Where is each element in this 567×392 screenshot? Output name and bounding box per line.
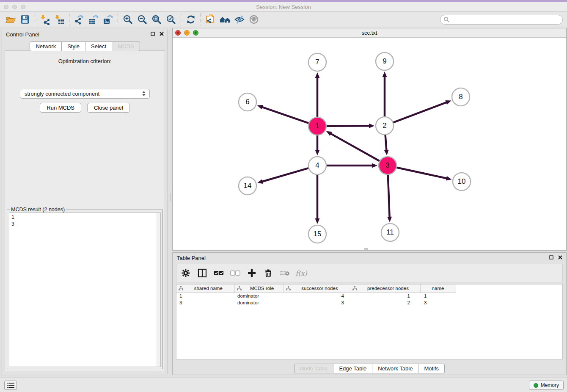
network-window-titlebar[interactable]: × − + scc.txt — [173, 28, 566, 38]
delete-table-button[interactable] — [280, 268, 290, 278]
criterion-value: strongly connected component — [25, 91, 99, 97]
graph-edge-1-7[interactable] — [315, 72, 320, 117]
tab-edge-table[interactable]: Edge Table — [333, 364, 372, 373]
export-network-icon — [74, 14, 85, 25]
show-columns-button[interactable] — [197, 268, 207, 278]
graph-node-9[interactable]: 9 — [376, 52, 394, 70]
add-column-button[interactable] — [247, 268, 257, 278]
column-header-mcds-role[interactable]: MCDS role — [234, 284, 284, 293]
hide-visual-properties-button[interactable] — [232, 13, 247, 26]
tab-select[interactable]: Select — [85, 41, 112, 51]
mcds-result-text[interactable]: 1 3 — [9, 213, 161, 367]
zoom-selected-button[interactable] — [164, 13, 178, 26]
graph-edge-4-3[interactable] — [326, 163, 377, 168]
graph-node-4[interactable]: 4 — [308, 157, 326, 174]
tab-style[interactable]: Style — [62, 41, 85, 51]
function-builder-button[interactable]: f(x) — [296, 268, 306, 278]
search-input[interactable] — [440, 15, 563, 25]
refresh-layout-button[interactable] — [184, 13, 198, 26]
column-header-predecessor-nodes[interactable]: predecessor nodes — [350, 284, 420, 293]
zoom-out-button[interactable] — [135, 13, 149, 26]
memory-button[interactable]: Memory — [529, 381, 564, 390]
toolbar-separator — [35, 13, 35, 26]
unchecked-boxes-icon — [230, 270, 240, 276]
export-table-button[interactable] — [86, 13, 101, 26]
column-header-name[interactable]: name — [420, 284, 456, 293]
open-folder-icon — [5, 14, 16, 25]
graph-edge-3-10[interactable] — [396, 167, 452, 180]
graph-edge-1-2[interactable] — [326, 124, 374, 128]
graph-edge-2-3[interactable] — [384, 135, 389, 155]
import-network-button[interactable] — [38, 13, 52, 26]
graph-edge-4-14[interactable] — [257, 168, 309, 184]
tab-node-table[interactable]: Node Table — [294, 364, 334, 373]
export-table-icon — [88, 14, 99, 25]
gear-icon — [182, 269, 190, 277]
table-row[interactable]: 1 dominator 4 1 1 — [176, 293, 456, 299]
graph-edge-1-4[interactable] — [315, 135, 320, 155]
close-panel-icon[interactable] — [160, 32, 164, 36]
graph-node-2[interactable]: 2 — [376, 117, 394, 135]
tab-network-table[interactable]: Network Table — [372, 364, 418, 373]
main-toolbar — [0, 12, 567, 27]
hierarchy-icon — [286, 286, 291, 291]
toolbar-separator — [181, 13, 181, 26]
criterion-dropdown[interactable]: strongly connected component — [20, 89, 150, 99]
export-network-button[interactable] — [72, 13, 86, 26]
zoom-in-button[interactable] — [121, 13, 135, 26]
optimization-criterion-label: Optimization criterion: — [5, 58, 165, 64]
run-mcds-button[interactable]: Run MCDS — [40, 103, 81, 113]
graph-edge-1-6[interactable] — [257, 105, 309, 123]
unselect-all-columns-button[interactable] — [230, 268, 240, 278]
graph-node-14[interactable]: 14 — [239, 177, 256, 195]
graph-edge-2-8[interactable] — [393, 100, 451, 123]
float-panel-icon[interactable] — [151, 32, 155, 36]
graph-edge-2-9[interactable] — [383, 72, 387, 117]
network-canvas[interactable]: 7968124314101511 — [173, 38, 566, 250]
vertical-splitter-grip[interactable] — [169, 193, 171, 202]
column-header-successor-nodes[interactable]: successor nodes — [284, 284, 350, 293]
graph-node-1[interactable]: 1 — [308, 117, 326, 135]
memory-status-icon — [534, 383, 538, 388]
select-all-columns-button[interactable] — [214, 268, 224, 278]
graph-edge-3-11[interactable] — [387, 174, 392, 222]
task-history-button[interactable] — [4, 381, 17, 390]
column-header-shared-name[interactable]: shared name — [176, 284, 234, 293]
horizontal-splitter-grip[interactable] — [364, 248, 368, 250]
save-session-button[interactable] — [18, 13, 32, 26]
control-panel-tabs: Network Style Select MCDS — [2, 41, 168, 51]
show-visual-properties-button[interactable] — [247, 13, 261, 26]
zoom-fit-button[interactable] — [149, 13, 164, 26]
export-image-button[interactable] — [101, 13, 115, 26]
graph-edge-3-1[interactable] — [326, 131, 380, 161]
close-panel-button[interactable]: Close panel — [87, 103, 130, 113]
plus-icon — [248, 269, 256, 277]
open-session-button[interactable] — [3, 13, 18, 26]
close-panel-icon[interactable] — [558, 255, 562, 259]
graph-node-6[interactable]: 6 — [239, 93, 256, 111]
graph-node-10[interactable]: 10 — [453, 173, 471, 190]
control-panel: Control Panel Network Style Select MCDS … — [2, 29, 168, 374]
table-row[interactable]: 3 dominator 3 2 3 — [176, 299, 456, 306]
home-button[interactable] — [218, 13, 232, 26]
result-line: 3 — [11, 221, 158, 227]
zoom-in-icon — [122, 14, 133, 25]
table-options-button[interactable] — [181, 268, 191, 278]
graph-node-3[interactable]: 3 — [379, 157, 396, 174]
graph-node-15[interactable]: 15 — [308, 225, 326, 243]
tab-mcds[interactable]: MCDS — [112, 41, 140, 51]
tab-motifs[interactable]: Motifs — [418, 364, 445, 373]
float-panel-icon[interactable] — [549, 255, 553, 259]
trash-icon — [264, 268, 272, 278]
tab-network[interactable]: Network — [30, 41, 62, 51]
graph-edge-4-15[interactable] — [315, 174, 320, 224]
node-table[interactable]: shared name MCDS role successor nodes pr… — [176, 284, 563, 359]
result-scrollbar[interactable] — [157, 213, 160, 367]
clone-network-button[interactable] — [204, 13, 218, 26]
table-tabs: Node Table Edge Table Network Table Moti… — [173, 364, 566, 373]
import-table-button[interactable] — [52, 13, 66, 26]
graph-node-7[interactable]: 7 — [308, 53, 326, 71]
graph-node-8[interactable]: 8 — [452, 88, 470, 106]
delete-column-button[interactable] — [263, 268, 273, 278]
graph-node-11[interactable]: 11 — [381, 224, 399, 241]
